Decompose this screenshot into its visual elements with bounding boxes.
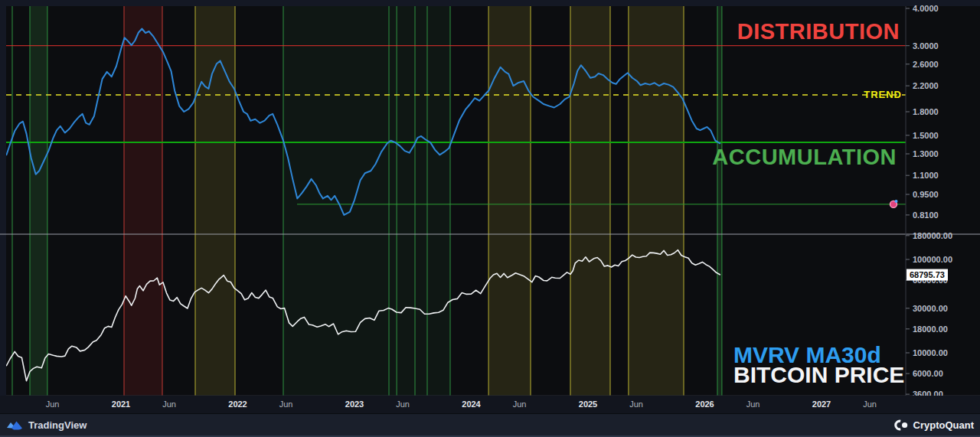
y-tick-label: 30000.00: [913, 304, 948, 313]
price-axis[interactable]: 68795.73 4.00003.00002.60002.20001.80001…: [906, 6, 980, 396]
tradingview-wordmark: TradingView: [28, 419, 87, 431]
chart-page: TREND DISTRIBUTION ACCUMULATION MVRV MA3…: [0, 0, 980, 437]
y-tick-label: 2.2000: [913, 81, 939, 90]
x-tick-label: Jun: [629, 399, 643, 409]
y-tick-label: 1.1000: [913, 171, 939, 180]
x-tick-label: Jun: [162, 399, 176, 409]
y-tick-label: 18000.00: [913, 324, 948, 334]
y-tick-label: 0.8100: [913, 210, 939, 220]
accumulation-zone-label: ACCUMULATION: [712, 145, 897, 170]
y-tick-label: 6000.00: [913, 369, 943, 378]
distribution-zone-label: DISTRIBUTION: [737, 19, 900, 44]
x-tick-label: 2025: [579, 399, 597, 409]
tradingview-logo[interactable]: TradingView: [6, 414, 87, 436]
cryptoquant-icon: [893, 419, 908, 431]
x-tick-label: 2027: [812, 399, 831, 409]
y-tick-label: 1.3000: [913, 149, 939, 158]
y-tick-label: 1.8000: [913, 107, 939, 116]
y-tick-label: 4.0000: [913, 4, 939, 13]
trend-zone-label: TREND: [864, 89, 902, 100]
y-tick-label: 1.5000: [913, 131, 939, 140]
y-tick-label: 100000.00: [913, 255, 952, 264]
plot-background: [6, 6, 980, 396]
x-tick-label: Jun: [746, 399, 760, 409]
y-tick-label: 0.9500: [913, 190, 939, 199]
y-tick-label: 180000.00: [913, 231, 952, 240]
tradingview-icon: [6, 419, 23, 431]
x-tick-label: 2023: [345, 399, 364, 409]
x-tick-label: Jun: [396, 399, 410, 409]
y-tick-label: 3.0000: [913, 41, 939, 51]
x-tick-label: Jun: [513, 399, 527, 409]
last-price-label: 68795.73: [906, 269, 948, 280]
x-tick-label: Jun: [863, 399, 877, 409]
cryptoquant-logo[interactable]: CryptoQuant: [893, 414, 974, 436]
footer-bar: TradingView CryptoQuant: [0, 413, 980, 437]
cryptoquant-wordmark: CryptoQuant: [913, 419, 974, 431]
x-tick-label: Jun: [279, 399, 293, 409]
x-tick-label: 2026: [695, 399, 714, 409]
legend-bitcoin-price-label: BITCOIN PRICE: [733, 362, 904, 388]
time-axis[interactable]: Jun2021Jun2022Jun2023Jun2024Jun2025Jun20…: [0, 396, 980, 413]
x-tick-label: Jun: [46, 399, 60, 409]
x-tick-label: 2024: [462, 399, 480, 409]
x-tick-label: 2022: [228, 399, 247, 409]
y-tick-label: 10000.00: [913, 348, 948, 357]
y-tick-label: 2.6000: [913, 60, 939, 69]
x-tick-label: 2021: [112, 399, 130, 409]
